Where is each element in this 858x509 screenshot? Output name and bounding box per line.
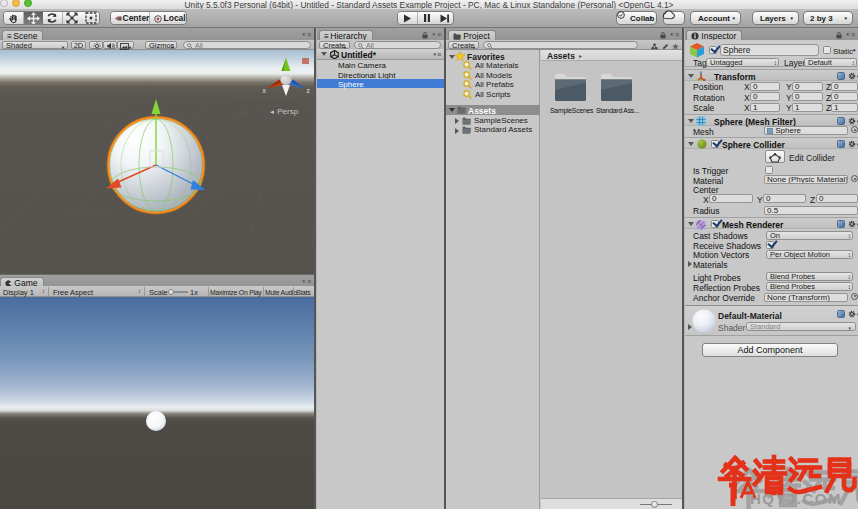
svg-text:HQYJ.COM: HQYJ.COM (750, 490, 842, 507)
svg-text:◄ Persp: ◄ Persp (269, 107, 299, 116)
svg-text:z: z (307, 87, 310, 94)
